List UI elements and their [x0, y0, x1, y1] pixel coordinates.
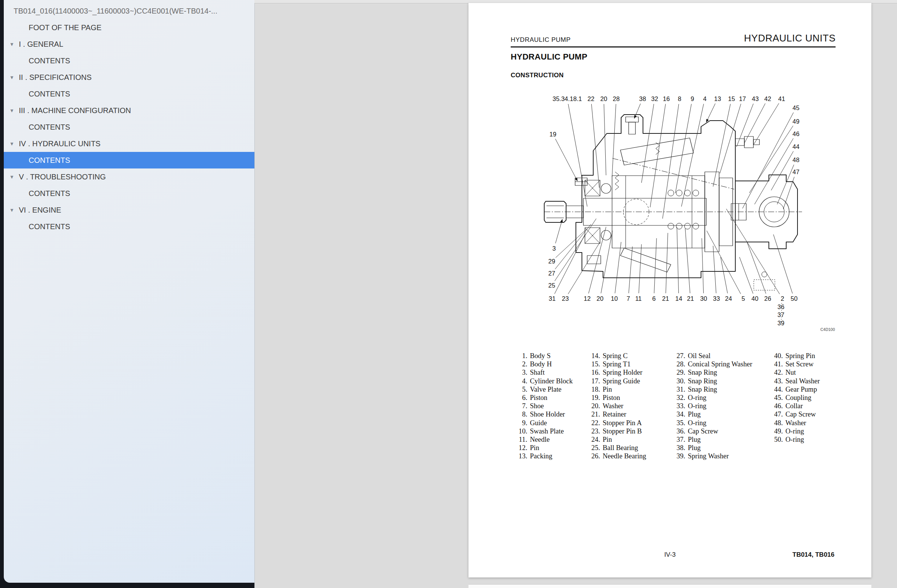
- callout-number: 39: [778, 320, 784, 326]
- parts-column-3: 27.Oil Seal28.Conical Spring Washer29.Sn…: [672, 352, 752, 461]
- sidebar-item-label: CONTENTS: [4, 156, 70, 165]
- callout-leader-line: [663, 104, 679, 219]
- next-page-edge[interactable]: [468, 584, 871, 588]
- callout-number: 33: [713, 295, 720, 302]
- disclosure-triangle-icon[interactable]: ▼: [9, 207, 14, 213]
- parts-list-row: 26.Needle Bearing: [586, 452, 646, 460]
- figure-callouts: 35.34.18.1222028383216894131517434241454…: [548, 95, 799, 326]
- parts-list-row: 42.Nut: [769, 368, 820, 377]
- callout-number: 45: [793, 104, 799, 111]
- parts-list-row: 8.Shoe Holder: [514, 410, 573, 418]
- callout-leader-line: [639, 244, 641, 293]
- sidebar-item-label: II . SPECIFICATIONS: [4, 73, 92, 82]
- callout-leader-line: [681, 104, 704, 207]
- callout-number: 20: [600, 95, 607, 102]
- parts-list-row: 38.Plug: [672, 444, 752, 452]
- sidebar-section-item[interactable]: ▼II . SPECIFICATIONS: [4, 69, 254, 86]
- sidebar-contents-item[interactable]: FOOT OF THE PAGE: [4, 19, 254, 36]
- parts-list-row: 48.Washer: [769, 419, 820, 427]
- callout-number: 43: [752, 95, 759, 102]
- sidebar-contents-item[interactable]: CONTENTS: [4, 152, 254, 168]
- callout-leader-line: [604, 104, 606, 175]
- parts-list-row: 4.Cylinder Block: [514, 377, 573, 385]
- callout-leader-line: [556, 219, 562, 243]
- callout-leader-line: [739, 257, 753, 294]
- callout-number: 3: [552, 245, 556, 252]
- parts-list-row: 12.Pin: [514, 444, 573, 452]
- callout-number: 46: [793, 130, 799, 137]
- callout-number: 9: [690, 95, 694, 102]
- parts-list-row: 27.Oil Seal: [672, 352, 752, 360]
- parts-column-1: 1.Body S2.Body H3.Shaft4.Cylinder Block5…: [514, 352, 573, 461]
- parts-list-row: 22.Stopper Pin A: [586, 419, 646, 427]
- callout-leader-line: [634, 104, 641, 118]
- parts-list-row: 7.Shoe: [514, 402, 573, 410]
- disclosure-triangle-icon[interactable]: ▼: [9, 174, 14, 180]
- sidebar-item-label: IV . HYDRAULIC UNITS: [4, 139, 101, 148]
- callout-number: 4: [703, 95, 706, 102]
- callout-leader-line: [745, 103, 765, 142]
- sidebar-section-item[interactable]: ▼I . GENERAL: [4, 36, 254, 52]
- callout-number: 10: [611, 295, 618, 302]
- callout-leader-line: [754, 103, 779, 144]
- disclosure-triangle-icon[interactable]: ▼: [9, 108, 14, 113]
- callout-leader-line: [650, 104, 666, 207]
- page-title: HYDRAULIC PUMP: [511, 52, 587, 62]
- callout-number: 30: [700, 295, 707, 302]
- running-header-left: HYDRAULIC PUMP: [511, 36, 571, 44]
- callout-leader-line: [685, 228, 690, 293]
- callout-leader-line: [555, 224, 591, 269]
- callout-number: 25: [548, 282, 555, 289]
- parts-list-row: 16.Spring Holder: [586, 368, 646, 377]
- parts-list-row: 17.Spring Guide: [586, 377, 646, 385]
- callout-leader-line: [713, 104, 730, 187]
- callout-leader-line: [721, 257, 727, 293]
- callout-number: 40: [752, 295, 758, 302]
- sidebar-item-label: CONTENTS: [4, 90, 70, 98]
- parts-list-row: 47.Cap Screw: [769, 410, 820, 418]
- sidebar-item-label: CONTENTS: [4, 123, 70, 132]
- disclosure-triangle-icon[interactable]: ▼: [9, 41, 14, 47]
- disclosure-triangle-icon[interactable]: ▼: [9, 141, 14, 147]
- callout-number: 28: [613, 95, 620, 102]
- callout-number: 41: [778, 95, 785, 102]
- callout-leader-line: [615, 242, 621, 293]
- parts-list-row: 45.Coupling: [769, 394, 820, 402]
- callout-number: 15: [728, 95, 735, 102]
- sidebar-item-label: CONTENTS: [4, 57, 70, 65]
- sidebar-contents-item[interactable]: CONTENTS: [4, 86, 254, 102]
- disclosure-triangle-icon[interactable]: ▼: [9, 75, 14, 80]
- sidebar-contents-item[interactable]: CONTENTS: [4, 52, 254, 69]
- callout-number: 26: [764, 295, 771, 302]
- sidebar-item-label: CONTENTS: [4, 189, 70, 198]
- parts-list-row: 2.Body H: [514, 360, 573, 368]
- parts-list-row: 25.Ball Bearing: [586, 444, 646, 452]
- pump-body-outline: [544, 115, 802, 322]
- header-rule: [511, 46, 836, 47]
- sidebar-contents-item[interactable]: CONTENTS: [4, 119, 254, 135]
- callout-leader-line: [629, 247, 632, 293]
- parts-list-row: 37.Plug: [672, 435, 752, 444]
- sidebar-section-item[interactable]: ▼VI . ENGINE: [4, 202, 254, 218]
- sidebar-section-item[interactable]: ▼IV . HYDRAULIC UNITS: [4, 135, 254, 152]
- callout-number: 11: [635, 295, 641, 302]
- parts-list-row: 30.Snap Ring: [672, 377, 752, 385]
- parts-list-row: 44.Gear Pump: [769, 385, 820, 394]
- callout-leader-line: [612, 104, 616, 176]
- parts-list-row: 3.Shaft: [514, 368, 573, 377]
- sidebar-section-item[interactable]: ▼III . MACHINE CONFIGURATION: [4, 102, 254, 119]
- parts-list-row: 1.Body S: [514, 352, 573, 360]
- sidebar-section-item[interactable]: ▼V . TROUBLESHOOTING: [4, 168, 254, 185]
- callout-number: 47: [793, 168, 799, 175]
- parts-list-row: 28.Conical Spring Washer: [672, 360, 752, 368]
- parts-list-row: 32.O-ring: [672, 394, 752, 402]
- sidebar-contents-item[interactable]: CONTENTS: [4, 218, 254, 235]
- sidebar-contents-item[interactable]: CONTENTS: [4, 185, 254, 202]
- callout-leader-line: [777, 165, 794, 204]
- callout-number: 32: [651, 95, 658, 102]
- parts-list-row: 35.O-ring: [672, 419, 752, 427]
- callout-number: 5: [741, 295, 745, 302]
- callout-leader-line: [706, 104, 715, 122]
- callout-number: 31: [549, 295, 556, 302]
- callout-leader-line: [713, 246, 716, 293]
